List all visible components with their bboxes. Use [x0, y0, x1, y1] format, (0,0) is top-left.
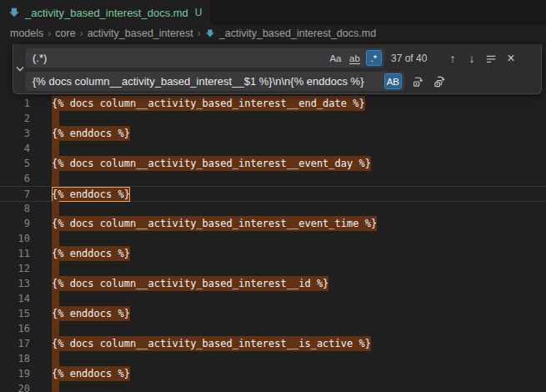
empty-line-match-highlight[interactable]	[52, 291, 59, 306]
breadcrumb-separator: ›	[198, 28, 201, 39]
match-highlight[interactable]: {% docs column__activity_based_interest_…	[52, 336, 371, 351]
empty-line-match-highlight[interactable]	[52, 381, 59, 392]
match-highlight[interactable]: {% docs column__activity_based_interest_…	[52, 216, 377, 231]
empty-line-match-highlight[interactable]	[52, 231, 59, 246]
editor-code-area[interactable]: 1{% docs column__activity_based_interest…	[0, 42, 546, 392]
breadcrumb-separator: ›	[80, 28, 83, 39]
line-number: 11	[0, 246, 30, 261]
line-number: 3	[0, 126, 30, 141]
match-case-toggle[interactable]: Aa	[328, 50, 343, 66]
replace-all-icon[interactable]	[431, 73, 448, 90]
tab-active-file[interactable]: _activity_based_interest_docs.md U	[0, 0, 210, 25]
line-number: 16	[0, 321, 30, 336]
match-highlight[interactable]: {% docs column__activity_based_interest_…	[52, 276, 328, 291]
code-line[interactable]: 12	[0, 261, 546, 276]
code-line[interactable]: 13{% docs column__activity_based_interes…	[0, 276, 546, 291]
match-highlight[interactable]: {% enddocs %}	[52, 187, 130, 202]
search-input-value: (.*)	[33, 52, 47, 64]
code-line[interactable]: 14	[0, 291, 546, 306]
line-number: 18	[0, 351, 30, 366]
code-line[interactable]: 10	[0, 231, 546, 246]
code-line[interactable]: 15{% enddocs %}	[0, 306, 546, 321]
match-highlight[interactable]: {% docs column__activity_based_interest_…	[52, 156, 371, 171]
tab-bar: _activity_based_interest_docs.md U	[0, 0, 546, 25]
line-number: 12	[0, 261, 30, 276]
line-number: 6	[0, 171, 30, 186]
code-line[interactable]: 3{% enddocs %}	[0, 126, 546, 141]
breadcrumb: models › core › activity_based_interest …	[0, 25, 546, 42]
line-number: 17	[0, 336, 30, 351]
code-line[interactable]: 11{% enddocs %}	[0, 246, 546, 261]
line-number: 10	[0, 231, 30, 246]
close-icon[interactable]: ×	[503, 50, 519, 67]
breadcrumb-file-name: _activity_based_interest_docs.md	[219, 28, 376, 39]
tab-title: _activity_based_interest_docs.md	[25, 7, 188, 19]
code-line[interactable]: 18	[0, 351, 546, 366]
line-number: 20	[0, 381, 30, 392]
code-line[interactable]: 17{% docs column__activity_based_interes…	[0, 336, 546, 351]
file-icon	[8, 7, 20, 18]
line-number: 9	[0, 216, 30, 231]
file-icon	[205, 28, 215, 38]
find-in-selection-icon[interactable]	[483, 50, 499, 67]
line-number: 13	[0, 276, 30, 291]
code-line[interactable]: 16	[0, 321, 546, 336]
git-status-badge: U	[195, 7, 203, 18]
line-number: 5	[0, 156, 30, 171]
toggle-replace-button[interactable]	[13, 44, 26, 93]
code-line[interactable]: 4	[0, 141, 546, 156]
preserve-case-toggle[interactable]: AB	[384, 73, 402, 89]
line-number: 4	[0, 141, 30, 156]
line-number: 15	[0, 306, 30, 321]
match-highlight[interactable]: {% docs column__activity_based_interest_…	[52, 96, 365, 111]
code-line[interactable]: 19{% enddocs %}	[0, 366, 546, 381]
replace-icon[interactable]	[409, 73, 426, 90]
breadcrumb-item-file[interactable]: _activity_based_interest_docs.md	[205, 28, 376, 39]
next-match-button[interactable]: ↓	[463, 50, 480, 67]
code-line[interactable]: 5{% docs column__activity_based_interest…	[0, 156, 546, 171]
code-line[interactable]: 8	[0, 201, 546, 216]
breadcrumb-separator: ›	[48, 28, 51, 39]
breadcrumb-item-models[interactable]: models	[10, 28, 43, 39]
code-line[interactable]: 9{% docs column__activity_based_interest…	[0, 216, 546, 231]
empty-line-match-highlight[interactable]	[52, 111, 59, 126]
match-highlight[interactable]: {% enddocs %}	[52, 306, 130, 321]
code-line[interactable]: 7{% enddocs %}	[0, 186, 546, 202]
line-number: 1	[0, 96, 30, 111]
breadcrumb-item-core[interactable]: core	[55, 28, 75, 39]
code-line[interactable]: 2	[0, 111, 546, 126]
empty-line-match-highlight[interactable]	[52, 321, 59, 336]
breadcrumb-item-activity-based-interest[interactable]: activity_based_interest	[88, 28, 193, 39]
empty-line-match-highlight[interactable]	[52, 261, 59, 276]
search-input[interactable]: (.*) Aa ab .*	[26, 48, 384, 68]
empty-line-match-highlight[interactable]	[52, 201, 59, 216]
find-replace-widget: (.*) Aa ab .* 37 of 40 ↑ ↓	[13, 44, 542, 94]
previous-match-button[interactable]: ↑	[444, 50, 461, 67]
empty-line-match-highlight[interactable]	[52, 171, 59, 186]
regex-toggle[interactable]: .*	[366, 50, 382, 66]
line-number: 7	[0, 187, 30, 202]
line-number: 8	[0, 201, 30, 216]
line-number: 14	[0, 291, 30, 306]
empty-line-match-highlight[interactable]	[52, 141, 59, 156]
empty-line-match-highlight[interactable]	[52, 351, 59, 366]
code-line[interactable]: 20	[0, 381, 546, 392]
line-number: 19	[0, 366, 30, 381]
whole-word-toggle[interactable]: ab	[347, 50, 363, 66]
match-highlight[interactable]: {% enddocs %}	[52, 246, 130, 261]
vscode-window: _activity_based_interest_docs.md U model…	[0, 0, 546, 392]
line-number: 2	[0, 111, 30, 126]
code-line[interactable]: 6	[0, 171, 546, 186]
code-line[interactable]: 1{% docs column__activity_based_interest…	[0, 96, 546, 111]
replace-input-value: {% docs column__activity_based_interest_…	[33, 75, 363, 88]
match-highlight[interactable]: {% enddocs %}	[52, 126, 130, 141]
replace-input[interactable]: {% docs column__activity_based_interest_…	[26, 72, 404, 91]
match-highlight[interactable]: {% enddocs %}	[52, 366, 130, 381]
match-count: 37 of 40	[391, 53, 434, 64]
